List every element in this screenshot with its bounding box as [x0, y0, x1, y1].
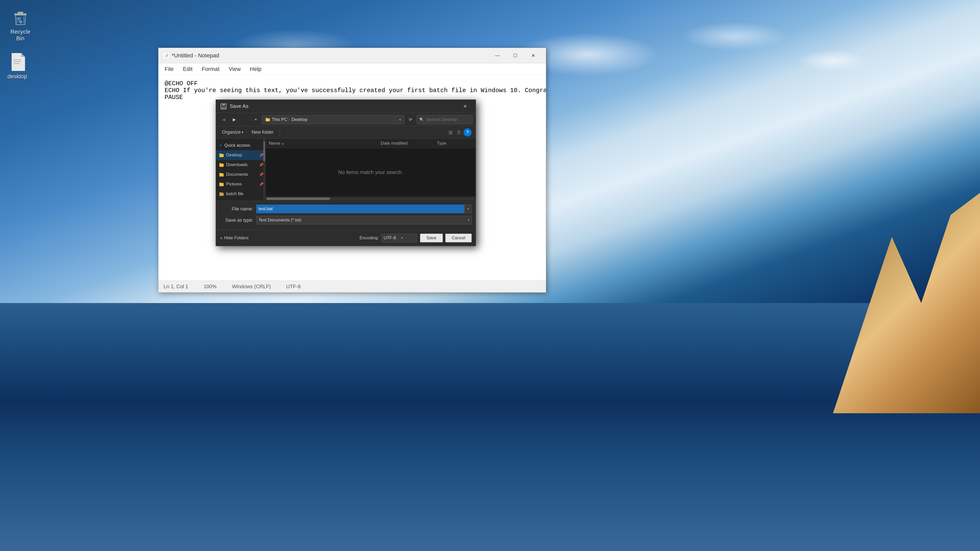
notepad-title: *Untitled - Notepad [172, 52, 489, 59]
encoding-select[interactable]: UTF-8 ▾ [381, 233, 417, 242]
pin-icon-documents: 📌 [259, 172, 263, 176]
notepad-statusbar: Ln 1, Col 1 100% Windows (CRLF) UTF-8 [159, 281, 546, 292]
nav-recent-button[interactable]: ▾ [251, 115, 260, 124]
notepad-menubar: File Edit Format View Help [159, 63, 546, 75]
sidebar-quick-access-label: Quick access [224, 143, 250, 148]
savetype-select[interactable]: Text Documents (*.txt) ▾ [256, 216, 472, 224]
dialog-filelist: Name ▲ Date modified Type No items match… [266, 138, 476, 201]
savetype-label: Save as type: [220, 218, 253, 223]
address-path[interactable]: This PC › Desktop ▾ [262, 115, 404, 124]
filename-label: File name: [220, 206, 253, 212]
sidebar-documents-label: Documents [226, 172, 248, 177]
dialog-close-button[interactable]: ✕ [458, 101, 472, 111]
filename-input[interactable] [256, 205, 465, 213]
desktop-icon-recycle-bin[interactable]: Recycle Bin [5, 5, 36, 44]
search-box[interactable]: 🔍 [417, 115, 473, 124]
pin-icon-desktop: 📌 [259, 153, 263, 157]
search-icon: 🔍 [419, 118, 424, 122]
dialog-title-text: Save As [230, 103, 458, 109]
nav-forward-button[interactable]: ▶ [230, 115, 239, 124]
cancel-button[interactable]: Cancel [445, 233, 472, 242]
encoding-label: Encoding: [360, 235, 379, 241]
close-button[interactable]: ✕ [525, 49, 542, 62]
savetype-row: Save as type: Text Documents (*.txt) ▾ [220, 216, 472, 224]
sidebar-item-downloads[interactable]: Downloads 📌 [216, 160, 266, 170]
svg-rect-3 [14, 59, 21, 60]
encoding-section: Encoding: UTF-8 ▾ [360, 233, 417, 242]
refresh-button[interactable]: ⟳ [406, 115, 415, 124]
menu-view[interactable]: View [224, 64, 245, 74]
sidebar-batchfile-label: batch file [226, 191, 243, 197]
col-name[interactable]: Name ▲ [269, 141, 381, 146]
filename-row: File name: ▾ [220, 205, 472, 213]
menu-help[interactable]: Help [246, 64, 266, 74]
col-type[interactable]: Type [437, 141, 473, 146]
search-input[interactable] [426, 117, 480, 122]
toolbar-sep [280, 129, 280, 136]
view-details-button[interactable]: ☰ [455, 128, 463, 137]
menu-edit[interactable]: Edit [179, 64, 197, 74]
quick-access-icon: ✦ [219, 143, 222, 148]
encoding-value: UTF-8 [383, 235, 396, 241]
maximize-button[interactable]: ☐ [507, 49, 524, 62]
notepad-titlebar: 📝 *Untitled - Notepad — ☐ ✕ [159, 48, 546, 63]
hide-folders-button[interactable]: ∧ Hide Folders [220, 235, 248, 241]
filename-dropdown-arrow-icon: ▾ [467, 207, 469, 211]
svg-rect-7 [222, 103, 225, 106]
nav-up-button[interactable]: ↑ [240, 115, 250, 124]
menu-file[interactable]: File [161, 64, 178, 74]
sidebar-quick-access[interactable]: ✦ Quick access [216, 141, 266, 150]
notepad-app-icon: 📝 [162, 52, 170, 59]
folder-icon-5 [219, 192, 224, 196]
window-controls: — ☐ ✕ [489, 49, 542, 62]
status-line-ending: Windows (CRLF) [232, 284, 271, 289]
folder-yellow-icon [219, 153, 224, 157]
svg-rect-8 [221, 106, 226, 109]
recycle-bin-icon [10, 7, 30, 27]
view-icons-button[interactable]: ⊞ [447, 128, 454, 137]
sidebar-desktop-label: Desktop [226, 152, 242, 158]
svg-rect-5 [14, 63, 19, 64]
folder-yellow-icon-4 [219, 182, 224, 186]
sidebar-item-batchfile[interactable]: batch file [216, 189, 266, 199]
sidebar-item-documents[interactable]: Documents 📌 [216, 170, 266, 179]
toolbar-icons-group: ⊞ ☰ ? [447, 128, 472, 137]
sidebar-item-desktop[interactable]: Desktop 📌 [216, 150, 266, 160]
filelist-empty-message: No items match your search. [266, 148, 476, 196]
help-button[interactable]: ? [463, 128, 472, 137]
desktop-file-label: desktop [7, 73, 27, 80]
col-date[interactable]: Date modified [381, 141, 437, 146]
minimize-button[interactable]: — [489, 49, 506, 62]
savetype-arrow-icon: ▾ [468, 218, 469, 222]
scrollbar-thumb [266, 197, 330, 200]
save-button[interactable]: Save [420, 233, 443, 242]
dialog-form: File name: ▾ Save as type: Text Document… [216, 201, 476, 230]
organize-arrow-icon: ▾ [242, 130, 243, 134]
path-dropdown-arrow[interactable]: ▾ [399, 118, 401, 122]
status-zoom: 100% [204, 284, 217, 289]
hide-folders-arrow-icon: ∧ [220, 236, 223, 240]
sidebar-downloads-label: Downloads [226, 162, 248, 167]
path-desktop: Desktop [291, 117, 307, 122]
path-this-pc: This PC [272, 117, 287, 122]
sidebar-item-pictures[interactable]: Pictures 📌 [216, 179, 266, 189]
dialog-addressbar: ◀ ▶ ↑ ▾ This PC › Desktop ▾ ⟳ 🔍 [216, 113, 476, 126]
dialog-sidebar: ✦ Quick access Desktop 📌 Downloads 📌 [216, 138, 266, 201]
nav-back-button[interactable]: ◀ [219, 115, 228, 124]
folder-icon [265, 117, 270, 122]
filename-dropdown-button[interactable]: ▾ [465, 205, 472, 213]
path-sep-1: › [289, 118, 290, 122]
new-folder-button[interactable]: New folder [250, 129, 275, 136]
filelist-horizontal-scrollbar[interactable] [266, 196, 476, 201]
savetype-value: Text Documents (*.txt) [259, 218, 301, 223]
sidebar-pictures-label: Pictures [226, 182, 242, 187]
water-reflection [0, 303, 980, 551]
sidebar-scrollbar[interactable] [263, 138, 265, 201]
dialog-titlebar: Save As ✕ [216, 100, 476, 113]
menu-format[interactable]: Format [197, 64, 224, 74]
desktop-icon-file[interactable]: desktop [2, 50, 33, 82]
filelist-header: Name ▲ Date modified Type [266, 138, 476, 148]
save-as-dialog: Save As ✕ ◀ ▶ ↑ ▾ This PC › Desktop ▾ ⟳ … [216, 100, 476, 246]
recycle-bin-label: Recycle Bin [7, 29, 34, 42]
organize-button[interactable]: Organize ▾ [220, 129, 245, 136]
